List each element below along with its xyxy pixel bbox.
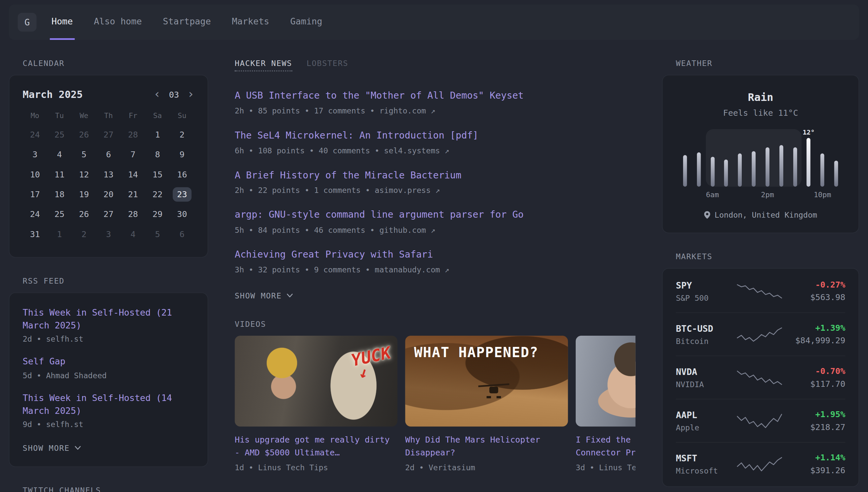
news-source-tab[interactable]: LOBSTERS — [307, 59, 348, 72]
calendar-day: 17 — [23, 185, 47, 204]
news-item-meta: 5h • 84 points • 46 comments • github.co… — [235, 225, 635, 235]
middle-column: HACKER NEWSLOBSTERS A USB Interface to t… — [235, 59, 635, 492]
news-item-meta: 2h • 85 points • 17 comments • righto.co… — [235, 106, 635, 115]
rss-item: This Week in Self-Hosted (14 March 2025)… — [23, 391, 194, 429]
calendar-day: 20 — [96, 185, 121, 204]
news-item-title[interactable]: Achieving Great Privacy with Safari — [235, 248, 635, 262]
video-thumbnail[interactable]: YUCK ↓ — [235, 336, 397, 426]
calendar-weekday: Su — [170, 108, 194, 123]
weather-location: London, United Kingdom — [714, 211, 817, 219]
rss-item-title[interactable]: This Week in Self-Hosted (21 March 2025) — [23, 306, 194, 332]
calendar-day: 24 — [23, 205, 47, 224]
rss-item-meta: 9d • selfh.st — [23, 420, 194, 429]
video-thumbnail[interactable]: WHAT HAPPENED? — [405, 336, 568, 426]
videos-section-title: VIDEOS — [235, 320, 635, 328]
calendar-day: 19 — [72, 185, 96, 204]
news-show-more-label: SHOW MORE — [235, 292, 282, 300]
market-change: -0.27% — [783, 280, 845, 290]
rss-item-title[interactable]: This Week in Self-Hosted (14 March 2025) — [23, 391, 194, 417]
market-symbol-block: BTC-USD Bitcoin — [676, 323, 736, 345]
market-price: $84,999.29 — [783, 336, 845, 346]
weather-time-axis: 6am 2pm 10pm — [678, 191, 843, 200]
twitch-section-title: TWITCH CHANNELS — [23, 486, 208, 492]
app-logo[interactable]: G — [18, 13, 36, 32]
calendar-weekday: Fr — [121, 108, 145, 123]
video-title[interactable]: I Fixed the 5090's Power Connector Probl… — [576, 434, 635, 459]
market-row[interactable]: NVDA NVIDIA -0.70% $117.70 — [676, 355, 845, 399]
calendar-header: March 2025 ‹ 03 › — [23, 89, 194, 100]
market-sparkline — [736, 413, 783, 429]
weather-temp-bar — [696, 152, 701, 187]
market-values-block: +1.39% $84,999.29 — [783, 323, 845, 346]
calendar-day: 6 — [170, 225, 194, 244]
video-thumbnail[interactable]: DO TH TH — [576, 336, 635, 426]
video-card[interactable]: DO TH TH I Fixed the 5090's Power Connec… — [576, 336, 635, 472]
video-title[interactable]: Why Did The Mars Helicopter Disappear? — [405, 434, 568, 459]
weather-hour-column — [788, 129, 802, 187]
news-show-more-button[interactable]: SHOW MORE — [235, 292, 293, 300]
video-title[interactable]: His upgrade got me really dirty - AMD $5… — [235, 434, 397, 459]
weather-temp-bar — [724, 159, 728, 187]
news-item-title[interactable]: argp: GNU-style command line argument pa… — [235, 208, 635, 222]
helicopter-graphic — [478, 381, 509, 400]
market-row[interactable]: AAPL Apple +1.95% $218.27 — [676, 399, 845, 442]
calendar-weekday: Th — [96, 108, 121, 123]
calendar-grid: 2425262728123456789101112131415161718192… — [23, 125, 194, 244]
market-row[interactable]: BTC-USD Bitcoin +1.39% $84,999.29 — [676, 312, 845, 355]
calendar-day: 26 — [72, 125, 96, 144]
calendar-day: 31 — [23, 225, 47, 244]
news-item-meta: 6h • 108 points • 40 comments • sel4.sys… — [235, 146, 635, 155]
calendar-day: 15 — [145, 165, 170, 184]
markets-card: SPY S&P 500 -0.27% $563.98 — [662, 268, 859, 487]
calendar-prev-icon[interactable]: ‹ — [154, 89, 160, 100]
nav-tab[interactable]: Gaming — [289, 4, 324, 40]
weather-temp-bar — [820, 153, 824, 187]
weather-section-title: WEATHER — [676, 59, 859, 68]
market-ticker: SPY — [676, 280, 736, 291]
weather-temp-bar — [752, 151, 756, 187]
news-item-title[interactable]: The SeL4 Microkernel: An Introduction [p… — [235, 129, 635, 142]
video-card[interactable]: YUCK ↓ His upgrade got me really dirty -… — [235, 336, 397, 472]
left-column: CALENDAR March 2025 ‹ 03 › MoTuWeThFrSaS… — [9, 59, 208, 492]
calendar-day: 5 — [145, 225, 170, 244]
nav-tab[interactable]: Startpage — [161, 4, 213, 40]
weather-feels-like: Feels like 11°C — [676, 108, 845, 118]
market-row[interactable]: SPY S&P 500 -0.27% $563.98 — [676, 270, 845, 312]
market-values-block: +1.95% $218.27 — [783, 409, 845, 432]
market-symbol-block: AAPL Apple — [676, 410, 736, 432]
calendar-next-icon[interactable]: › — [187, 89, 194, 100]
dashboard-page: G Home Also home Startpage Markets Gamin… — [0, 0, 868, 492]
nav-tab-label: Gaming — [290, 16, 322, 27]
nav-tab[interactable]: Home — [50, 4, 75, 40]
news-item-title[interactable]: A USB Interface to the "Mother of All De… — [235, 89, 635, 102]
weather-temp-bar — [738, 153, 742, 187]
weather-current-temp-label: 12° — [803, 129, 815, 136]
nav-tab[interactable]: Also home — [92, 4, 144, 40]
weather-widget: WEATHER Rain Feels like 11°C — [662, 59, 859, 233]
weather-hour-column — [719, 129, 733, 187]
news-item: Achieving Great Privacy with Safari 3h •… — [235, 248, 635, 274]
rss-item: Self Gap 5d • Ahmad Shadeed — [23, 355, 194, 379]
video-meta: 3d • Linus Tech Tips — [576, 463, 635, 472]
video-card[interactable]: WHAT HAPPENED? Why Did The Mars Helicopt… — [405, 336, 568, 472]
top-nav: G Home Also home Startpage Markets Gamin… — [9, 4, 859, 40]
calendar-day: 14 — [121, 165, 145, 184]
nav-tab[interactable]: Markets — [230, 4, 271, 40]
rss-item-title[interactable]: Self Gap — [23, 355, 194, 368]
market-values-block: -0.70% $117.70 — [783, 366, 845, 389]
market-change: +1.14% — [783, 452, 845, 462]
market-row[interactable]: MSFT Microsoft +1.14% $391.26 — [676, 442, 845, 485]
calendar-weekday: We — [72, 108, 96, 123]
nav-tabs: Home Also home Startpage Markets Gaming — [50, 4, 342, 40]
calendar-day: 6 — [96, 145, 121, 164]
calendar-card: March 2025 ‹ 03 › MoTuWeThFrSaSu 2425262… — [9, 75, 208, 257]
market-values-block: -0.27% $563.98 — [783, 280, 845, 302]
rss-show-more-button[interactable]: SHOW MORE — [23, 444, 81, 452]
calendar-day: 9 — [170, 145, 194, 164]
news-item-meta: 3h • 32 points • 9 comments • matanabudy… — [235, 266, 635, 274]
news-item-title[interactable]: A Brief History of the Miracle Bacterium — [235, 169, 635, 182]
nav-tab-label: Startpage — [163, 16, 211, 27]
market-price: $391.26 — [783, 465, 845, 475]
weather-hour-column — [706, 129, 719, 187]
news-source-tab[interactable]: HACKER NEWS — [235, 59, 292, 72]
